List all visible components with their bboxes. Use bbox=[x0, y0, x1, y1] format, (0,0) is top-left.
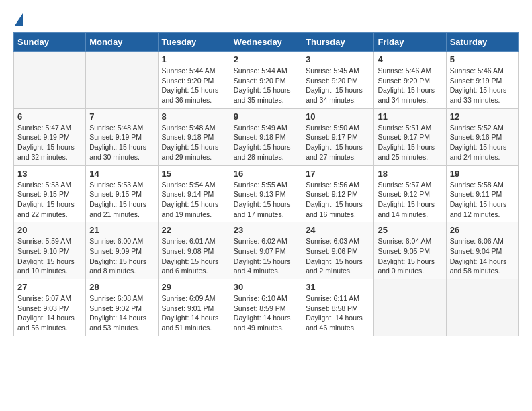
day-number: 1 bbox=[162, 54, 226, 64]
day-info: Sunrise: 6:00 AMSunset: 9:09 PMDaylight:… bbox=[89, 236, 154, 276]
header-sunday: Sunday bbox=[14, 33, 86, 52]
calendar-cell: 1Sunrise: 5:44 AMSunset: 9:20 PMDaylight… bbox=[158, 52, 230, 109]
day-info: Sunrise: 5:54 AMSunset: 9:14 PMDaylight:… bbox=[162, 180, 226, 220]
calendar-cell: 23Sunrise: 6:02 AMSunset: 9:07 PMDayligh… bbox=[230, 222, 302, 279]
calendar-cell: 28Sunrise: 6:08 AMSunset: 9:02 PMDayligh… bbox=[86, 279, 158, 336]
day-number: 8 bbox=[162, 111, 226, 122]
day-number: 10 bbox=[306, 111, 370, 122]
calendar-week-row: 13Sunrise: 5:53 AMSunset: 9:15 PMDayligh… bbox=[14, 165, 519, 222]
day-info: Sunrise: 5:55 AMSunset: 9:13 PMDaylight:… bbox=[234, 180, 298, 220]
calendar-cell: 5Sunrise: 5:46 AMSunset: 9:19 PMDaylight… bbox=[446, 52, 518, 109]
day-number: 15 bbox=[162, 169, 226, 179]
day-number: 27 bbox=[17, 282, 82, 292]
day-info: Sunrise: 5:53 AMSunset: 9:15 PMDaylight:… bbox=[17, 180, 82, 220]
header-tuesday: Tuesday bbox=[158, 33, 230, 52]
day-number: 28 bbox=[89, 282, 154, 292]
calendar-cell: 29Sunrise: 6:09 AMSunset: 9:01 PMDayligh… bbox=[158, 279, 230, 336]
day-number: 3 bbox=[306, 54, 370, 64]
day-info: Sunrise: 5:48 AMSunset: 9:18 PMDaylight:… bbox=[162, 123, 226, 163]
day-number: 11 bbox=[378, 111, 442, 122]
calendar-cell: 7Sunrise: 5:48 AMSunset: 9:19 PMDaylight… bbox=[86, 108, 158, 165]
calendar-cell: 21Sunrise: 6:00 AMSunset: 9:09 PMDayligh… bbox=[86, 222, 158, 279]
logo-icon bbox=[15, 13, 23, 26]
calendar-cell: 20Sunrise: 5:59 AMSunset: 9:10 PMDayligh… bbox=[14, 222, 86, 279]
day-info: Sunrise: 5:45 AMSunset: 9:20 PMDaylight:… bbox=[306, 66, 370, 105]
calendar-week-row: 27Sunrise: 6:07 AMSunset: 9:03 PMDayligh… bbox=[14, 279, 519, 336]
day-info: Sunrise: 5:50 AMSunset: 9:17 PMDaylight:… bbox=[306, 123, 370, 163]
day-number: 6 bbox=[17, 111, 82, 122]
day-number: 22 bbox=[162, 225, 226, 235]
day-info: Sunrise: 6:09 AMSunset: 9:01 PMDaylight:… bbox=[162, 293, 226, 333]
day-info: Sunrise: 5:49 AMSunset: 9:18 PMDaylight:… bbox=[234, 123, 298, 163]
header-friday: Friday bbox=[374, 33, 446, 52]
calendar-cell bbox=[374, 279, 446, 336]
calendar-cell: 15Sunrise: 5:54 AMSunset: 9:14 PMDayligh… bbox=[158, 165, 230, 222]
day-number: 14 bbox=[89, 169, 154, 179]
logo bbox=[13, 13, 23, 26]
day-number: 26 bbox=[450, 225, 515, 235]
page-header bbox=[13, 13, 519, 26]
day-info: Sunrise: 5:44 AMSunset: 9:20 PMDaylight:… bbox=[162, 66, 226, 105]
day-number: 25 bbox=[378, 225, 442, 235]
day-number: 16 bbox=[234, 169, 298, 179]
day-number: 2 bbox=[234, 54, 298, 64]
calendar-cell bbox=[446, 279, 518, 336]
calendar-week-row: 20Sunrise: 5:59 AMSunset: 9:10 PMDayligh… bbox=[14, 222, 519, 279]
day-info: Sunrise: 5:58 AMSunset: 9:11 PMDaylight:… bbox=[450, 180, 515, 220]
header-saturday: Saturday bbox=[446, 33, 518, 52]
calendar-cell: 8Sunrise: 5:48 AMSunset: 9:18 PMDaylight… bbox=[158, 108, 230, 165]
calendar-cell: 16Sunrise: 5:55 AMSunset: 9:13 PMDayligh… bbox=[230, 165, 302, 222]
day-info: Sunrise: 6:03 AMSunset: 9:06 PMDaylight:… bbox=[306, 236, 370, 276]
day-number: 21 bbox=[89, 225, 154, 235]
calendar-cell bbox=[86, 52, 158, 109]
day-number: 4 bbox=[378, 54, 442, 64]
calendar-cell: 11Sunrise: 5:51 AMSunset: 9:17 PMDayligh… bbox=[374, 108, 446, 165]
header-wednesday: Wednesday bbox=[230, 33, 302, 52]
day-number: 5 bbox=[450, 54, 515, 64]
calendar-cell: 22Sunrise: 6:01 AMSunset: 9:08 PMDayligh… bbox=[158, 222, 230, 279]
day-info: Sunrise: 5:46 AMSunset: 9:20 PMDaylight:… bbox=[378, 66, 442, 105]
calendar-cell: 2Sunrise: 5:44 AMSunset: 9:20 PMDaylight… bbox=[230, 52, 302, 109]
calendar-cell: 26Sunrise: 6:06 AMSunset: 9:04 PMDayligh… bbox=[446, 222, 518, 279]
calendar-cell: 10Sunrise: 5:50 AMSunset: 9:17 PMDayligh… bbox=[302, 108, 374, 165]
day-number: 23 bbox=[234, 225, 298, 235]
day-info: Sunrise: 5:53 AMSunset: 9:15 PMDaylight:… bbox=[89, 180, 154, 220]
calendar-cell bbox=[14, 52, 86, 109]
day-info: Sunrise: 5:47 AMSunset: 9:19 PMDaylight:… bbox=[17, 123, 82, 163]
calendar-week-row: 6Sunrise: 5:47 AMSunset: 9:19 PMDaylight… bbox=[14, 108, 519, 165]
day-number: 13 bbox=[17, 169, 82, 179]
calendar-table: SundayMondayTuesdayWednesdayThursdayFrid… bbox=[13, 32, 519, 336]
day-info: Sunrise: 5:59 AMSunset: 9:10 PMDaylight:… bbox=[17, 236, 82, 276]
calendar-cell: 30Sunrise: 6:10 AMSunset: 8:59 PMDayligh… bbox=[230, 279, 302, 336]
day-number: 9 bbox=[234, 111, 298, 122]
day-info: Sunrise: 5:46 AMSunset: 9:19 PMDaylight:… bbox=[450, 66, 515, 105]
day-number: 7 bbox=[89, 111, 154, 122]
calendar-cell: 13Sunrise: 5:53 AMSunset: 9:15 PMDayligh… bbox=[14, 165, 86, 222]
calendar-cell: 17Sunrise: 5:56 AMSunset: 9:12 PMDayligh… bbox=[302, 165, 374, 222]
calendar-cell: 25Sunrise: 6:04 AMSunset: 9:05 PMDayligh… bbox=[374, 222, 446, 279]
day-info: Sunrise: 6:07 AMSunset: 9:03 PMDaylight:… bbox=[17, 293, 82, 333]
calendar-cell: 6Sunrise: 5:47 AMSunset: 9:19 PMDaylight… bbox=[14, 108, 86, 165]
day-info: Sunrise: 6:04 AMSunset: 9:05 PMDaylight:… bbox=[378, 236, 442, 276]
calendar-cell: 9Sunrise: 5:49 AMSunset: 9:18 PMDaylight… bbox=[230, 108, 302, 165]
calendar-cell: 24Sunrise: 6:03 AMSunset: 9:06 PMDayligh… bbox=[302, 222, 374, 279]
day-number: 20 bbox=[17, 225, 82, 235]
calendar-cell: 4Sunrise: 5:46 AMSunset: 9:20 PMDaylight… bbox=[374, 52, 446, 109]
calendar-cell: 31Sunrise: 6:11 AMSunset: 8:58 PMDayligh… bbox=[302, 279, 374, 336]
calendar-cell: 12Sunrise: 5:52 AMSunset: 9:16 PMDayligh… bbox=[446, 108, 518, 165]
header-monday: Monday bbox=[86, 33, 158, 52]
calendar-cell: 14Sunrise: 5:53 AMSunset: 9:15 PMDayligh… bbox=[86, 165, 158, 222]
day-info: Sunrise: 5:44 AMSunset: 9:20 PMDaylight:… bbox=[234, 66, 298, 105]
header-thursday: Thursday bbox=[302, 33, 374, 52]
day-info: Sunrise: 6:06 AMSunset: 9:04 PMDaylight:… bbox=[450, 236, 515, 276]
calendar-cell: 27Sunrise: 6:07 AMSunset: 9:03 PMDayligh… bbox=[14, 279, 86, 336]
day-number: 18 bbox=[378, 169, 442, 179]
day-info: Sunrise: 6:02 AMSunset: 9:07 PMDaylight:… bbox=[234, 236, 298, 276]
day-info: Sunrise: 6:10 AMSunset: 8:59 PMDaylight:… bbox=[234, 293, 298, 333]
day-info: Sunrise: 5:52 AMSunset: 9:16 PMDaylight:… bbox=[450, 123, 515, 163]
calendar-cell: 3Sunrise: 5:45 AMSunset: 9:20 PMDaylight… bbox=[302, 52, 374, 109]
day-number: 29 bbox=[162, 282, 226, 292]
day-info: Sunrise: 5:56 AMSunset: 9:12 PMDaylight:… bbox=[306, 180, 370, 220]
day-number: 31 bbox=[306, 282, 370, 292]
day-info: Sunrise: 5:48 AMSunset: 9:19 PMDaylight:… bbox=[89, 123, 154, 163]
